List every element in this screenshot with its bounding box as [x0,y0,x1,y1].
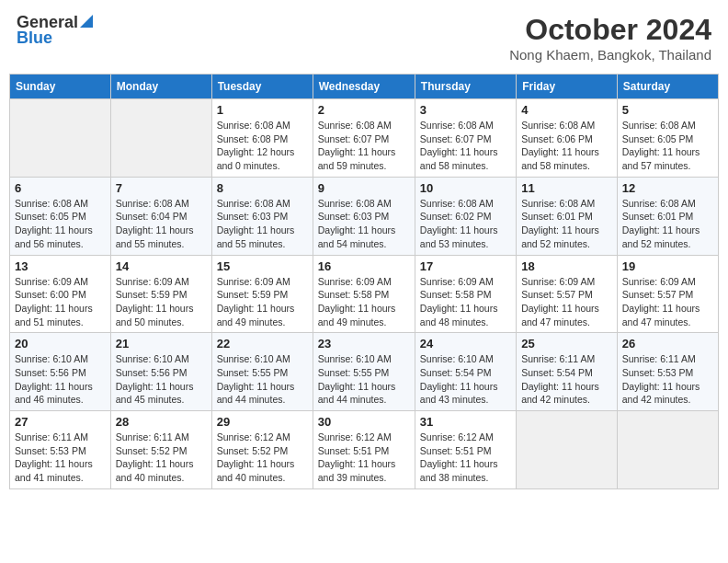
day-number: 16 [318,259,410,273]
day-detail: Sunrise: 6:10 AMSunset: 5:55 PMDaylight:… [318,353,396,405]
day-number: 31 [420,415,511,429]
day-detail: Sunrise: 6:09 AMSunset: 5:58 PMDaylight:… [318,276,396,327]
day-detail: Sunrise: 6:11 AMSunset: 5:53 PMDaylight:… [622,353,700,405]
calendar-cell: 20 Sunrise: 6:10 AMSunset: 5:56 PMDaylig… [10,333,111,411]
weekday-header-sunday: Sunday [10,75,111,99]
day-detail: Sunrise: 6:08 AMSunset: 6:08 PMDaylight:… [217,120,295,171]
day-number: 27 [15,415,106,429]
calendar-cell: 25 Sunrise: 6:11 AMSunset: 5:54 PMDaylig… [517,333,618,411]
calendar-cell [10,99,111,178]
day-number: 18 [521,259,612,273]
day-detail: Sunrise: 6:12 AMSunset: 5:51 PMDaylight:… [420,431,498,483]
weekday-header-friday: Friday [517,75,618,99]
calendar-cell: 31 Sunrise: 6:12 AMSunset: 5:51 PMDaylig… [415,411,516,489]
day-detail: Sunrise: 6:12 AMSunset: 5:52 PMDaylight:… [217,431,295,483]
day-number: 4 [521,103,612,117]
day-number: 6 [15,181,106,195]
day-detail: Sunrise: 6:11 AMSunset: 5:54 PMDaylight:… [521,353,599,405]
day-detail: Sunrise: 6:10 AMSunset: 5:54 PMDaylight:… [420,353,498,405]
day-number: 8 [217,181,308,195]
day-number: 10 [420,181,511,195]
day-detail: Sunrise: 6:10 AMSunset: 5:56 PMDaylight:… [15,353,93,405]
weekday-header-monday: Monday [110,75,211,99]
calendar-cell: 12 Sunrise: 6:08 AMSunset: 6:01 PMDaylig… [617,177,718,255]
weekday-header-wednesday: Wednesday [313,75,415,99]
calendar-subtitle: Nong Khaem, Bangkok, Thailand [509,47,711,63]
day-number: 7 [116,181,207,195]
logo-blue-text: Blue [17,29,52,48]
calendar-cell: 21 Sunrise: 6:10 AMSunset: 5:56 PMDaylig… [110,333,211,411]
day-detail: Sunrise: 6:08 AMSunset: 6:03 PMDaylight:… [318,198,396,249]
weekday-header-tuesday: Tuesday [211,75,313,99]
weekday-header-row: SundayMondayTuesdayWednesdayThursdayFrid… [10,75,719,99]
day-detail: Sunrise: 6:08 AMSunset: 6:06 PMDaylight:… [521,120,599,171]
day-detail: Sunrise: 6:08 AMSunset: 6:02 PMDaylight:… [420,198,498,249]
calendar-cell: 29 Sunrise: 6:12 AMSunset: 5:52 PMDaylig… [211,411,313,489]
day-detail: Sunrise: 6:12 AMSunset: 5:51 PMDaylight:… [318,431,396,483]
day-detail: Sunrise: 6:08 AMSunset: 6:04 PMDaylight:… [116,198,194,249]
calendar-cell: 3 Sunrise: 6:08 AMSunset: 6:07 PMDayligh… [415,99,516,178]
calendar-cell: 27 Sunrise: 6:11 AMSunset: 5:53 PMDaylig… [10,411,111,489]
day-detail: Sunrise: 6:09 AMSunset: 5:57 PMDaylight:… [622,276,700,327]
weekday-header-thursday: Thursday [415,75,516,99]
calendar-cell: 4 Sunrise: 6:08 AMSunset: 6:06 PMDayligh… [517,99,618,178]
day-number: 1 [217,103,308,117]
day-number: 21 [116,337,207,350]
calendar-cell: 22 Sunrise: 6:10 AMSunset: 5:55 PMDaylig… [211,333,313,411]
calendar-cell: 17 Sunrise: 6:09 AMSunset: 5:58 PMDaylig… [415,255,516,333]
page-header: General Blue October 2024 Nong Khaem, Ba… [9,9,719,66]
week-row-1: 1 Sunrise: 6:08 AMSunset: 6:08 PMDayligh… [10,99,719,178]
calendar-cell: 18 Sunrise: 6:09 AMSunset: 5:57 PMDaylig… [517,255,618,333]
day-detail: Sunrise: 6:09 AMSunset: 5:58 PMDaylight:… [420,276,498,327]
calendar-cell: 7 Sunrise: 6:08 AMSunset: 6:04 PMDayligh… [110,177,211,255]
day-number: 15 [217,259,308,273]
day-number: 29 [217,415,308,429]
day-detail: Sunrise: 6:08 AMSunset: 6:05 PMDaylight:… [15,198,93,249]
calendar-table: SundayMondayTuesdayWednesdayThursdayFrid… [9,74,719,489]
calendar-cell: 11 Sunrise: 6:08 AMSunset: 6:01 PMDaylig… [517,177,618,255]
calendar-cell: 14 Sunrise: 6:09 AMSunset: 5:59 PMDaylig… [110,255,211,333]
day-detail: Sunrise: 6:09 AMSunset: 6:00 PMDaylight:… [15,276,93,327]
day-detail: Sunrise: 6:08 AMSunset: 6:05 PMDaylight:… [622,120,700,171]
calendar-cell: 13 Sunrise: 6:09 AMSunset: 6:00 PMDaylig… [10,255,111,333]
day-detail: Sunrise: 6:10 AMSunset: 5:55 PMDaylight:… [217,353,295,405]
day-number: 30 [318,415,410,429]
day-number: 28 [116,415,207,429]
day-number: 14 [116,259,207,273]
calendar-title: October 2024 [509,13,711,47]
calendar-cell: 1 Sunrise: 6:08 AMSunset: 6:08 PMDayligh… [211,99,313,178]
day-number: 2 [318,103,410,117]
day-detail: Sunrise: 6:08 AMSunset: 6:07 PMDaylight:… [420,120,498,171]
calendar-cell: 26 Sunrise: 6:11 AMSunset: 5:53 PMDaylig… [617,333,718,411]
day-number: 13 [15,259,106,273]
day-number: 19 [622,259,713,273]
day-number: 25 [521,337,612,350]
calendar-cell [517,411,618,489]
day-number: 24 [420,337,511,350]
calendar-cell: 5 Sunrise: 6:08 AMSunset: 6:05 PMDayligh… [617,99,718,178]
calendar-cell: 2 Sunrise: 6:08 AMSunset: 6:07 PMDayligh… [313,99,415,178]
day-number: 20 [15,337,106,350]
calendar-cell: 30 Sunrise: 6:12 AMSunset: 5:51 PMDaylig… [313,411,415,489]
day-number: 3 [420,103,511,117]
day-detail: Sunrise: 6:08 AMSunset: 6:03 PMDaylight:… [217,198,295,249]
week-row-3: 13 Sunrise: 6:09 AMSunset: 6:00 PMDaylig… [10,255,719,333]
svg-marker-0 [80,15,93,28]
week-row-5: 27 Sunrise: 6:11 AMSunset: 5:53 PMDaylig… [10,411,719,489]
week-row-2: 6 Sunrise: 6:08 AMSunset: 6:05 PMDayligh… [10,177,719,255]
weekday-header-saturday: Saturday [617,75,718,99]
day-number: 23 [318,337,410,350]
day-number: 26 [622,337,713,350]
day-detail: Sunrise: 6:08 AMSunset: 6:07 PMDaylight:… [318,120,396,171]
day-detail: Sunrise: 6:11 AMSunset: 5:52 PMDaylight:… [116,431,194,483]
logo-arrow-icon [80,15,93,31]
day-detail: Sunrise: 6:09 AMSunset: 5:57 PMDaylight:… [521,276,599,327]
calendar-cell: 16 Sunrise: 6:09 AMSunset: 5:58 PMDaylig… [313,255,415,333]
calendar-cell [617,411,718,489]
calendar-cell: 15 Sunrise: 6:09 AMSunset: 5:59 PMDaylig… [211,255,313,333]
day-detail: Sunrise: 6:10 AMSunset: 5:56 PMDaylight:… [116,353,194,405]
calendar-cell: 9 Sunrise: 6:08 AMSunset: 6:03 PMDayligh… [313,177,415,255]
day-detail: Sunrise: 6:09 AMSunset: 5:59 PMDaylight:… [116,276,194,327]
calendar-cell: 8 Sunrise: 6:08 AMSunset: 6:03 PMDayligh… [211,177,313,255]
day-number: 9 [318,181,410,195]
